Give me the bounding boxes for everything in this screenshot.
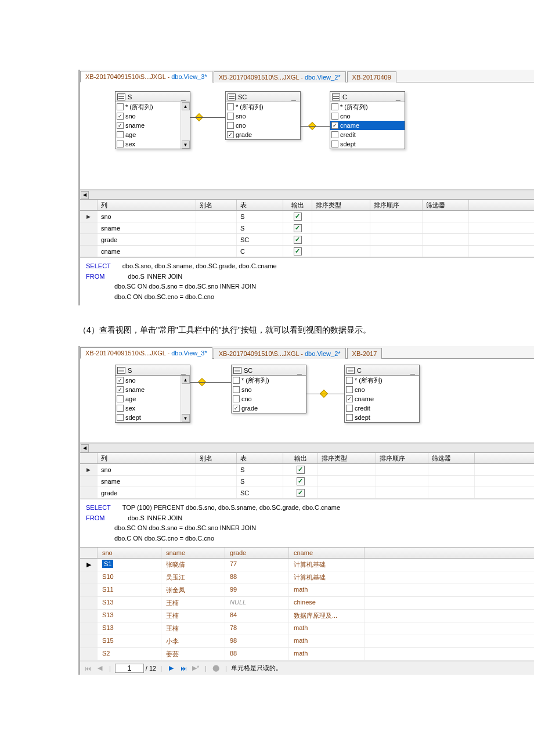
minimize-icon[interactable]: _ [289,94,298,100]
table-column-item[interactable]: ✓grade [232,404,306,413]
checkbox-icon[interactable] [117,405,124,412]
result-row[interactable]: S10吴玉江88计算机基础 [80,571,534,584]
col-header[interactable]: 排序类型 [312,200,370,210]
table-column-item[interactable]: sdept [116,413,190,422]
checkbox-icon[interactable] [227,113,234,120]
checkbox-icon[interactable] [117,395,124,402]
table-column-item[interactable]: ✓sname [116,385,190,394]
checkbox-icon[interactable] [227,103,234,110]
checkbox-icon[interactable] [331,131,338,138]
table-column-item[interactable]: ✓sno [116,376,190,385]
checkbox-icon[interactable]: ✓ [233,405,240,412]
document-tab[interactable]: XB-201704091510\S...JXGL - dbo.View_3* [80,71,212,82]
criteria-row[interactable]: cnameC✓ [80,246,534,257]
result-row[interactable]: S13王楠78math [80,622,534,635]
checkbox-icon[interactable] [233,386,240,393]
sql-pane[interactable]: SELECT TOP (100) PERCENT dbo.S.sno, dbo.… [80,499,534,547]
checkbox-icon[interactable] [346,377,353,384]
checkbox-icon[interactable] [346,414,353,421]
table-column-item[interactable]: credit [345,404,419,413]
minimize-icon[interactable]: _ [408,368,417,373]
checkbox-icon[interactable] [331,103,338,110]
scroll-up-icon[interactable]: ▲ [182,102,190,110]
table-column-item[interactable]: sex [116,404,190,413]
table-column-item[interactable]: ✓cname [345,394,419,404]
table-column-item[interactable]: cno [330,111,405,121]
table-column-item[interactable]: cno [226,121,300,130]
table-column-item[interactable]: ✓sname [116,121,190,130]
checkbox-icon[interactable]: ✓ [227,131,234,138]
checkbox-icon[interactable] [117,414,124,421]
col-header[interactable]: 输出 [283,200,312,210]
nav-first-icon[interactable]: ⏮ [82,663,93,674]
document-tab[interactable]: XB-20170409 [347,71,396,82]
checkbox-icon[interactable]: ✓ [117,386,124,393]
checkbox-icon[interactable] [233,395,240,402]
col-header[interactable]: 排序顺序 [370,200,423,210]
table-column-item[interactable]: sdept [330,139,405,149]
table-column-item[interactable]: * (所有列) [232,376,306,385]
document-tab[interactable]: XB-2017 [347,348,383,359]
table-column-item[interactable]: * (所有列) [345,376,419,385]
criteria-row[interactable]: snameS✓ [80,222,534,234]
col-header[interactable]: 列 [98,200,196,210]
output-checkbox[interactable]: ✓ [297,477,305,485]
result-row[interactable]: S15小李98math [80,635,534,648]
output-checkbox[interactable]: ✓ [294,247,302,255]
minimize-icon[interactable]: _ [179,94,188,100]
result-row[interactable]: S13王楠84数据库原理及... [80,610,534,622]
table-column-item[interactable]: sex [116,139,190,149]
table-column-item[interactable]: * (所有列) [330,102,405,111]
table-column-item[interactable]: ✓grade [226,130,300,139]
table-column-item[interactable]: credit [330,130,405,139]
criteria-row[interactable]: snoS✓ [80,464,534,476]
table-column-item[interactable]: ✓cname [330,121,405,130]
sql-pane[interactable]: SELECT dbo.S.sno, dbo.S.sname, dbo.SC.gr… [80,257,534,305]
minimize-icon[interactable]: _ [179,368,188,373]
nav-new-icon[interactable]: ▶* [190,663,201,674]
output-checkbox[interactable]: ✓ [294,213,302,221]
table-column-item[interactable]: sno [232,385,306,394]
nav-stop-icon[interactable]: ⬤ [211,663,221,674]
minimize-icon[interactable]: _ [295,368,304,373]
table-column-item[interactable]: * (所有列) [226,102,300,111]
table-column-item[interactable]: * (所有列) [116,102,190,111]
output-checkbox[interactable]: ✓ [294,236,302,244]
checkbox-icon[interactable]: ✓ [117,122,124,129]
output-checkbox[interactable]: ✓ [297,466,305,474]
nav-last-icon[interactable]: ⏭ [178,663,189,674]
checkbox-icon[interactable] [117,131,124,138]
scroll-down-icon[interactable]: ▼ [182,141,190,149]
output-checkbox[interactable]: ✓ [297,489,305,497]
document-tab[interactable]: XB-201704091510\S...JXGL - dbo.View_2* [214,348,346,359]
checkbox-icon[interactable] [331,141,338,147]
output-checkbox[interactable]: ✓ [294,224,302,232]
checkbox-icon[interactable] [331,113,338,120]
table-column-item[interactable]: ✓sno [116,111,190,121]
criteria-row[interactable]: gradeSC✓ [80,487,534,499]
criteria-row[interactable]: gradeSC✓ [80,234,534,246]
col-header[interactable]: 表 [237,200,283,210]
table-column-item[interactable]: cno [232,394,306,404]
col-header[interactable]: 筛选器 [423,200,469,210]
result-row[interactable]: S2姜芸88math [80,648,534,661]
nav-prev-icon[interactable]: ◀ [95,663,105,674]
criteria-row[interactable]: snameS✓ [80,476,534,487]
table-column-item[interactable]: age [116,394,190,404]
table-column-item[interactable]: sno [226,111,300,121]
checkbox-icon[interactable] [233,377,240,384]
checkbox-icon[interactable] [346,386,353,393]
result-row[interactable]: S11张金凤99math [80,584,534,597]
checkbox-icon[interactable] [117,103,124,110]
document-tab[interactable]: XB-201704091510\S...JXGL - dbo.View_3* [80,347,212,359]
document-tab[interactable]: XB-201704091510\S...JXGL - dbo.View_2* [214,71,346,82]
result-row[interactable]: S13王楠NULLchinese [80,597,534,610]
criteria-row[interactable]: snoS✓ [80,211,534,222]
checkbox-icon[interactable]: ✓ [331,122,338,129]
minimize-icon[interactable]: _ [394,94,403,100]
col-header[interactable]: 别名 [196,200,237,210]
table-column-item[interactable]: sdept [345,413,419,422]
checkbox-icon[interactable] [117,141,124,147]
checkbox-icon[interactable]: ✓ [117,377,124,384]
table-column-item[interactable]: age [116,130,190,139]
